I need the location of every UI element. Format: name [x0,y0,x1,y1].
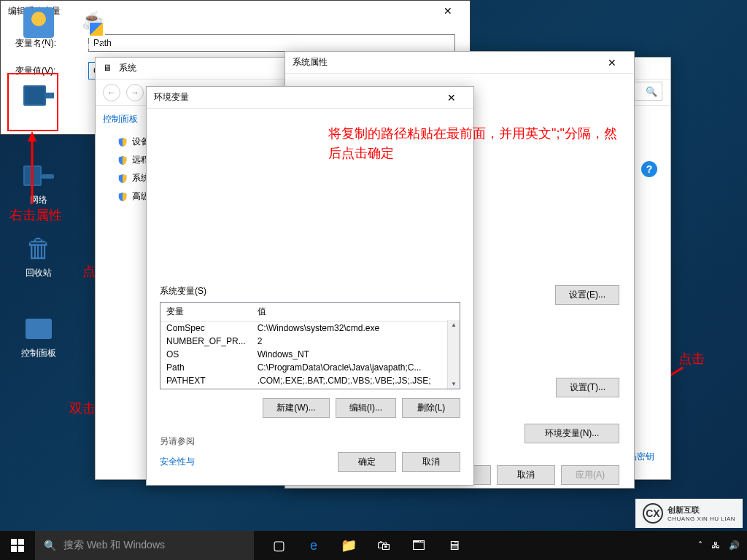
close-button[interactable]: ✕ [597,57,627,69]
sysprops-cancel-button[interactable]: 取消 [497,465,555,485]
desktop-icon-sun[interactable]: Sun [13,7,64,51]
system-vars-label: 系统变量(S) [160,285,460,298]
task-view-button[interactable]: ▢ [261,531,296,560]
icon-label: 控制面板 [13,347,64,359]
dialog-title: 环境变量 [154,91,189,104]
windows-icon [11,539,24,552]
edge-icon[interactable]: e [296,531,331,560]
control-panel-icon [23,314,54,344]
env-vars-dialog: 环境变量 ✕ 系统变量(S) 变量 值 ComSpecC:\Windows\sy… [146,86,474,486]
start-button[interactable] [0,531,35,560]
desktop-icon-this-pc[interactable]: 此电脑 [13,80,64,126]
desktop-icon-network[interactable]: 网络 [13,160,64,206]
table-row[interactable]: OSWindows_NT [160,348,460,361]
java-installer-icon [74,7,105,38]
icon-label: Sun [13,41,64,51]
watermark: CX 创新互联 CHUANG XIN HU LIAN [635,499,743,528]
sysprops-titlebar[interactable]: 系统属性 ✕ [285,52,634,74]
edit-var-button[interactable]: 编辑(I)... [336,398,396,418]
tray-network-icon[interactable]: 🖧 [711,540,720,551]
search-icon: 🔍 [646,86,657,97]
scrollbar[interactable] [447,320,460,389]
svg-rect-12 [11,546,17,552]
desktop-icon-recycle[interactable]: 回收站 [13,233,64,279]
taskbar-search[interactable]: 🔍 搜索 Web 和 Windows [35,531,254,560]
var-value-label: 变量值(V): [15,65,74,77]
system-tray[interactable]: ˄ 🖧 🔊 [698,531,747,560]
settings-t-button[interactable]: 设置(T)... [556,378,619,397]
svg-rect-10 [11,539,17,545]
store-icon[interactable]: 🛍 [366,531,401,560]
svg-rect-13 [18,546,24,552]
annotation-right-click: 右击属性 [9,206,62,224]
close-button[interactable]: ✕ [433,5,462,17]
shield-icon [117,137,128,147]
table-row[interactable]: ComSpecC:\Windows\system32\cmd.exe [160,322,460,335]
watermark-sub: CHUANG XIN HU LIAN [667,516,735,522]
nav-forward-button[interactable]: → [126,84,144,101]
table-row[interactable]: PathC:\ProgramData\Oracle\Java\javapath;… [160,361,460,374]
annotation-click2: 点击 [678,350,705,368]
search-icon: 🔍 [44,540,56,551]
env-vars-button[interactable]: 环境变量(N)... [525,424,619,443]
taskbar: 🔍 搜索 Web 和 Windows ▢ e 📁 🛍 🗔 🖥 ˄ 🖧 🔊 [0,531,747,560]
envvars-ok-button[interactable]: 确定 [338,452,396,472]
explorer-icon[interactable]: 📁 [331,531,366,560]
settings-e-button[interactable]: 设置(E)... [555,285,619,305]
system-vars-table[interactable]: 变量 值 ComSpecC:\Windows\system32\cmd.exe … [160,302,460,389]
app-icon[interactable]: 🗔 [401,531,436,560]
var-name-input[interactable] [88,34,455,52]
col-value[interactable]: 值 [252,303,460,322]
delete-var-button[interactable]: 删除(L) [402,398,460,418]
sun-icon [23,7,54,38]
tray-volume-icon[interactable]: 🔊 [729,540,740,551]
search-placeholder: 搜索 Web 和 Windows [63,539,165,552]
desktop-icon-control-panel[interactable]: 控制面板 [13,314,64,359]
icon-label: jdk-8u152-... [64,41,115,51]
tray-chevron-icon[interactable]: ˄ [698,540,703,551]
icon-label: 网络 [13,194,64,206]
new-var-button[interactable]: 新建(W)... [263,398,329,418]
dialog-title: 系统属性 [293,56,328,69]
watermark-brand: 创新互联 [667,505,735,516]
icon-label: 此电脑 [13,114,64,126]
close-button[interactable]: ✕ [437,92,466,104]
table-row[interactable]: PATHEXT.COM;.EXE;.BAT;.CMD;.VBS;.VBE;.JS… [160,374,460,387]
sysprops-apply-button[interactable]: 应用(A) [561,465,619,485]
window-title: 系统 [119,62,136,74]
table-row[interactable]: NUMBER_OF_PR...2 [160,335,460,348]
envvars-cancel-button[interactable]: 取消 [402,452,460,472]
app2-icon[interactable]: 🖥 [436,531,471,560]
recycle-bin-icon [23,233,54,264]
help-icon[interactable]: ? [641,161,657,177]
icon-label: 回收站 [13,267,64,279]
nav-back-button[interactable]: ← [103,84,120,101]
desktop-icon-jdk[interactable]: jdk-8u152-... [64,7,115,51]
pc-icon [23,80,54,111]
network-icon [23,160,54,191]
shield-icon [117,192,128,202]
watermark-logo-icon: CX [643,503,663,524]
svg-rect-11 [18,539,24,545]
envvars-titlebar[interactable]: 环境变量 ✕ [147,87,473,109]
see-also-label: 另请参阅 [160,435,460,448]
shield-icon [117,155,128,166]
shield-icon [117,174,128,184]
col-variable[interactable]: 变量 [160,303,252,322]
system-icon: 🖥 [103,63,115,74]
